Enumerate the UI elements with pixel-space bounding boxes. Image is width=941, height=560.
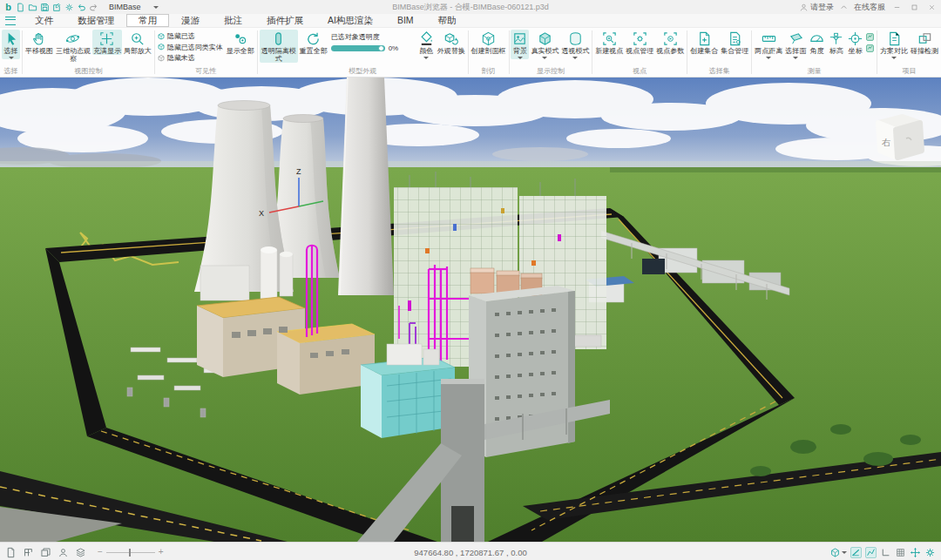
tab-file[interactable]: 文件	[23, 14, 65, 27]
tab-bim[interactable]: BIM	[385, 14, 426, 27]
tab-roam[interactable]: 漫游	[169, 14, 212, 27]
background-button[interactable]: 背景	[511, 30, 529, 59]
create-set-button[interactable]: 创建集合	[689, 30, 719, 55]
pan-view-button[interactable]: 平移视图	[24, 30, 54, 55]
chevron-down-icon	[891, 57, 897, 59]
appearance-replace-button[interactable]: 外观替换	[437, 30, 466, 55]
collision-check-button[interactable]: 碰撞检测	[910, 30, 939, 55]
realistic-mode-button[interactable]: 真实模式	[530, 30, 559, 59]
chevron-up-icon[interactable]	[839, 3, 849, 12]
settings-gear-icon[interactable]	[64, 3, 74, 12]
layers-icon[interactable]	[75, 547, 86, 558]
elevation-icon	[828, 30, 844, 47]
chevron-down-icon	[423, 57, 429, 59]
power-plant-scene: Z X 右	[0, 78, 941, 542]
viewport-3d[interactable]: Z X 右	[0, 78, 941, 542]
chevron-down-icon	[793, 57, 798, 59]
button-label: 选择面	[785, 47, 806, 55]
select-face-button[interactable]: 选择面	[784, 30, 807, 59]
new-view-icon[interactable]	[5, 547, 17, 558]
set-manage-button[interactable]: 集合管理	[720, 30, 749, 55]
group-label: 视图控制	[24, 67, 153, 77]
opacity-slider[interactable]	[331, 45, 385, 51]
tab-plugin-extension[interactable]: 插件扩展	[254, 14, 315, 27]
structure-tree-icon[interactable]	[23, 547, 34, 558]
undo-icon[interactable]	[77, 3, 86, 12]
workspace-selector[interactable]: BIMBase	[109, 3, 179, 11]
plan-compare-button[interactable]: 方案对比	[879, 30, 909, 59]
close-button[interactable]	[925, 2, 938, 12]
hamburger-menu-icon[interactable]	[5, 17, 16, 25]
viewpoint-manage-button[interactable]: 视点管理	[625, 30, 654, 55]
elevation-button[interactable]: 标高	[827, 30, 845, 55]
new-viewpoint-button[interactable]: 新建视点	[594, 30, 624, 55]
ribbon-group-visibility: 隐藏已选 隐藏已选同类实体 隐藏未选 显示全部 可见性	[155, 28, 257, 77]
paint-icon	[418, 30, 435, 47]
clearance-check-icon[interactable]	[865, 32, 875, 42]
hide-selected-button[interactable]: 隐藏已选	[157, 31, 225, 41]
two-point-distance-button[interactable]: 两点距离	[754, 30, 783, 59]
polyline-tool-icon[interactable]	[865, 547, 877, 558]
create-section-box-button[interactable]: 创建剖面框	[470, 30, 507, 55]
maximize-button[interactable]	[908, 2, 920, 12]
angle-button[interactable]: 角度	[808, 30, 826, 55]
viewpoint-params-button[interactable]: 视点参数	[655, 30, 685, 55]
open-file-icon[interactable]	[28, 3, 37, 12]
perspective-mode-button[interactable]: 透视模式	[560, 30, 590, 59]
settings-gear-icon[interactable]	[924, 547, 936, 558]
tab-help[interactable]: 帮助	[426, 14, 469, 27]
button-label: 视点管理	[626, 47, 653, 55]
transparent-isolation-button[interactable]: 透明隔离模式	[260, 30, 298, 63]
login-button[interactable]: 请登录	[799, 2, 834, 13]
zoom-slider[interactable]	[106, 552, 155, 553]
group-label: 剖切	[470, 67, 508, 77]
grid-icon[interactable]	[895, 547, 906, 558]
person-icon	[799, 3, 809, 12]
group-label: 测量	[753, 67, 876, 77]
minimize-button[interactable]	[890, 2, 903, 12]
zoom-area-icon	[129, 30, 146, 47]
orbit-button[interactable]: 三维动态观察	[55, 30, 91, 63]
zoom-area-button[interactable]: 局部放大	[123, 30, 152, 55]
customer-service-link[interactable]: 在线客服	[854, 2, 885, 13]
bimbase-logo-icon: b	[3, 3, 13, 12]
model-box-icon[interactable]	[829, 547, 841, 558]
corner-angle-icon[interactable]	[880, 547, 891, 558]
group-label: 选择集	[688, 67, 750, 77]
group-label: 选择	[1, 67, 21, 77]
cascade-windows-icon[interactable]	[40, 547, 51, 558]
select-button[interactable]: 选择	[2, 30, 20, 59]
zoom-in-icon[interactable]: +	[159, 548, 164, 557]
tab-data-management[interactable]: 数据管理	[65, 14, 126, 27]
slope-tool-icon[interactable]	[850, 547, 862, 558]
face-select-icon	[788, 30, 804, 47]
tab-annotate[interactable]: 批注	[212, 14, 254, 27]
redo-icon[interactable]	[89, 3, 98, 12]
zoom-out-icon[interactable]: −	[98, 548, 103, 557]
button-label: 外观替换	[437, 47, 465, 55]
quick-access-toolbar: b	[0, 3, 102, 12]
tab-ai-render[interactable]: AI构思渲染	[315, 14, 385, 27]
reset-all-button[interactable]: 重置全部	[299, 30, 328, 55]
save-icon[interactable]	[40, 3, 50, 12]
move-icon[interactable]	[910, 547, 921, 558]
fit-view-button[interactable]: 充满显示	[92, 30, 122, 55]
hide-same-class-button[interactable]: 隐藏已选同类实体	[157, 43, 225, 52]
color-button[interactable]: 颜色	[417, 30, 436, 59]
view-cube[interactable]: 右	[878, 117, 922, 158]
show-all-button[interactable]: 显示全部	[226, 30, 255, 55]
clearance-check-buttons	[865, 30, 875, 53]
hide-unselected-button[interactable]: 隐藏未选	[157, 53, 225, 63]
coordinate-button[interactable]: 坐标	[846, 30, 864, 55]
tab-common[interactable]: 常用	[126, 14, 169, 27]
save-as-icon[interactable]	[52, 3, 62, 12]
group-label: 可见性	[156, 67, 256, 77]
ribbon-group-selection-set: 创建集合 集合管理 选择集	[687, 28, 751, 77]
chevron-down-icon	[9, 57, 14, 59]
button-label: 隐藏已选	[167, 31, 195, 41]
person-icon[interactable]	[58, 547, 69, 558]
new-file-icon[interactable]	[16, 3, 25, 12]
clearance-check-icon[interactable]	[865, 44, 875, 53]
reset-icon	[305, 30, 322, 47]
realistic-cube-icon	[537, 30, 553, 47]
